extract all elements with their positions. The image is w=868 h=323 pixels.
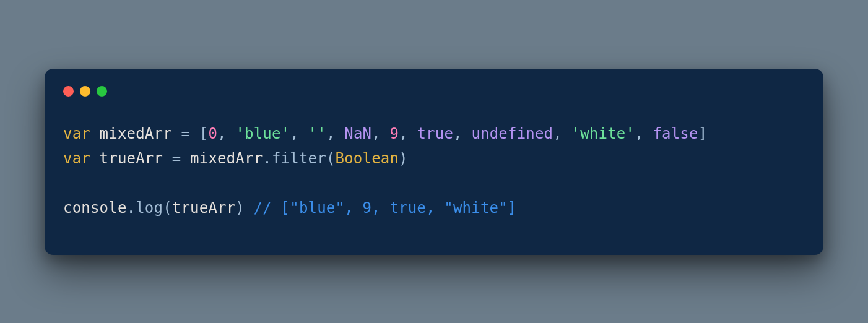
comma: , bbox=[326, 125, 344, 142]
comma: , bbox=[371, 125, 389, 142]
number-zero: 0 bbox=[208, 125, 217, 142]
bracket-close: ] bbox=[698, 125, 708, 142]
string-empty: '' bbox=[308, 125, 326, 142]
bracket-open: [ bbox=[199, 125, 209, 142]
paren-open: ( bbox=[163, 199, 172, 217]
paren-close: ) bbox=[399, 150, 408, 167]
nan-literal: NaN bbox=[344, 125, 371, 142]
space bbox=[90, 150, 100, 167]
comment-output: // ["blue", 9, true, "white"] bbox=[254, 199, 517, 217]
identifier-mixedarr: mixedArr bbox=[100, 125, 172, 142]
maximize-icon[interactable] bbox=[97, 86, 107, 97]
true-literal: true bbox=[417, 125, 453, 142]
string-white: 'white' bbox=[571, 125, 635, 142]
keyword-var: var bbox=[63, 150, 90, 167]
window-titlebar bbox=[45, 69, 823, 97]
method-filter: filter bbox=[272, 150, 326, 167]
comma: , bbox=[217, 125, 235, 142]
comma: , bbox=[453, 125, 471, 142]
class-boolean: Boolean bbox=[336, 150, 399, 167]
dot-op: . bbox=[263, 150, 272, 167]
identifier-truearr: trueArr bbox=[100, 150, 163, 167]
string-blue: 'blue' bbox=[235, 125, 290, 142]
equals-op: = bbox=[172, 125, 199, 142]
comma: , bbox=[553, 125, 571, 142]
identifier-truearr: trueArr bbox=[172, 199, 236, 217]
comma: , bbox=[635, 125, 653, 142]
false-literal: false bbox=[653, 125, 698, 142]
comma: , bbox=[290, 125, 308, 142]
equals-op: = bbox=[163, 150, 190, 167]
space bbox=[90, 125, 100, 142]
identifier-mixedarr: mixedArr bbox=[190, 150, 263, 167]
code-window: var mixedArr = [0, 'blue', '', NaN, 9, t… bbox=[45, 69, 823, 255]
comma: , bbox=[399, 125, 417, 142]
paren-close: ) bbox=[235, 199, 245, 217]
keyword-var: var bbox=[63, 125, 90, 142]
code-block: var mixedArr = [0, 'blue', '', NaN, 9, t… bbox=[45, 97, 823, 255]
close-icon[interactable] bbox=[63, 86, 74, 97]
dot-op: . bbox=[127, 199, 136, 217]
method-log: log bbox=[136, 199, 163, 217]
minimize-icon[interactable] bbox=[80, 86, 90, 97]
space bbox=[245, 199, 254, 217]
number-nine: 9 bbox=[390, 125, 399, 142]
undefined-literal: undefined bbox=[471, 125, 553, 142]
paren-open: ( bbox=[326, 150, 336, 167]
identifier-console: console bbox=[63, 199, 127, 217]
